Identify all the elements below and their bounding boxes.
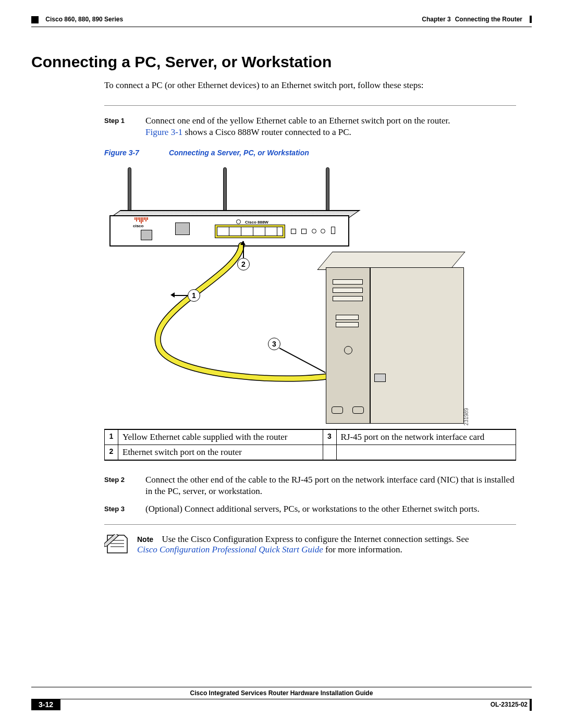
floppy-bay-icon (336, 315, 359, 320)
callout-2: 2 (237, 258, 250, 270)
footer-tick (530, 699, 532, 711)
floppy-bay-icon (336, 322, 359, 327)
figure-caption: Figure 3-7 Connecting a Server, PC, or W… (104, 149, 516, 157)
cisco-logo-icon (134, 217, 148, 224)
figure-legend-table: 1 Yellow Ethernet cable supplied with th… (104, 429, 516, 461)
header-rule (530, 16, 532, 23)
foot-icon (332, 406, 343, 414)
section-heading: Connecting a PC, Server, or Workstation (31, 53, 532, 71)
step-label: Step 1 (104, 115, 133, 125)
led-icon (312, 229, 316, 233)
step-label: Step 2 (104, 474, 133, 484)
page-number: 3-12 (31, 699, 60, 710)
step-text: Connect one end of the yellow Ethernet c… (145, 115, 516, 138)
drive-bay-icon (333, 279, 363, 285)
arrowhead-icon (168, 292, 175, 298)
legend-num: 2 (105, 445, 118, 461)
header-right: Chapter 3 Connecting the Router (422, 16, 532, 23)
legend-num-empty (323, 445, 336, 461)
switch-port-row (215, 225, 285, 238)
pencil-note-icon (104, 534, 128, 554)
figure-illustration: cisco Cisco 888W (104, 163, 469, 424)
chapter-title: Connecting the Router (455, 16, 522, 23)
header-left: Cisco 860, 880, 890 Series (31, 16, 123, 23)
table-row: 2 Ethernet switch port on the router (105, 445, 516, 461)
legend-num: 3 (323, 429, 336, 445)
series-label: Cisco 860, 880, 890 Series (45, 16, 123, 23)
antenna-icon (223, 167, 227, 214)
steps-top-rule (104, 105, 516, 106)
port-icon (291, 229, 296, 234)
step-1: Step 1 Connect one end of the yellow Eth… (104, 115, 516, 138)
figure-number: Figure 3-7 (104, 149, 167, 157)
port-icon (141, 230, 152, 240)
footer-bar: 3-12 OL-23125-02 (31, 699, 532, 710)
legend-text: RJ-45 port on the network interface card (336, 429, 516, 445)
foot-icon (352, 406, 364, 414)
step-text: (Optional) Connect additional servers, P… (145, 503, 516, 515)
art-number: 231989 (463, 408, 469, 425)
step-2: Step 2 Connect the other end of the cabl… (104, 474, 516, 497)
arrowhead-icon (240, 238, 246, 245)
cisco-text-label: cisco (133, 224, 143, 228)
header-divider (31, 27, 532, 27)
footer-rule (31, 687, 532, 687)
drive-bay-icon (333, 288, 363, 293)
note-label: Note (137, 535, 153, 544)
header-marker-square (31, 16, 39, 23)
note-body: Note Use the Cisco Configuration Express… (137, 534, 469, 555)
pc-front-face (326, 267, 370, 424)
chapter-number: Chapter 3 (422, 16, 450, 23)
nic-port-icon (374, 374, 386, 382)
ground-icon (331, 227, 335, 234)
power-button-icon (344, 346, 352, 354)
intro-paragraph: To connect a PC (or other Ethernet devic… (104, 80, 516, 91)
page-footer: Cisco Integrated Services Router Hardwar… (31, 687, 532, 710)
note-block: Note Use the Cisco Configuration Express… (104, 534, 516, 555)
legend-text: Yellow Ethernet cable supplied with the … (118, 429, 323, 445)
pc-side-face (370, 267, 464, 424)
power-icon (321, 229, 325, 233)
step-3: Step 3 (Optional) Connect additional ser… (104, 503, 516, 515)
led-icon (236, 219, 241, 224)
port-icon (301, 229, 307, 234)
router-model-label: Cisco 888W (245, 220, 268, 225)
callout-3: 3 (268, 338, 280, 350)
note-doc-link[interactable]: Cisco Configuration Professional Quick S… (137, 545, 323, 554)
callout-1: 1 (188, 289, 200, 302)
footer-guide-title: Cisco Integrated Services Router Hardwar… (31, 689, 532, 697)
steps-bottom-rule (104, 524, 516, 525)
drive-bay-icon (333, 296, 363, 301)
legend-text-empty (336, 445, 516, 461)
table-row: 1 Yellow Ethernet cable supplied with th… (105, 429, 516, 445)
doc-id: OL-23125-02 (491, 701, 528, 708)
step-text: Connect the other end of the cable to th… (145, 474, 516, 497)
legend-text: Ethernet switch port on the router (118, 445, 323, 461)
figure-xref-link[interactable]: Figure 3-1 (145, 127, 182, 137)
antenna-icon (128, 167, 131, 214)
legend-num: 1 (105, 429, 118, 445)
antenna-icon (326, 167, 329, 214)
figure-title: Connecting a Server, PC, or Workstation (169, 149, 309, 157)
step-label: Step 3 (104, 503, 133, 513)
port-icon (175, 223, 190, 235)
